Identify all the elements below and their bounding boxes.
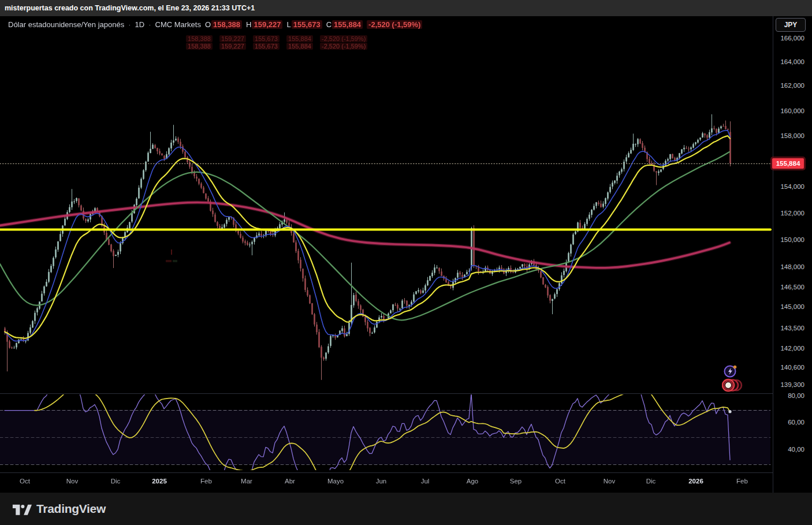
price-tick: 40,00 bbox=[773, 446, 804, 453]
time-tick: 2026 bbox=[688, 478, 703, 485]
attribution-text: misterpuertas creado con TradingView.com… bbox=[5, 4, 255, 12]
ghost-values-row: 158,388 159,227 155,673 155,884 -2,520 (… bbox=[186, 35, 367, 42]
price-tick: 143,500 bbox=[773, 325, 804, 332]
price-tick: 166,000 bbox=[773, 35, 804, 42]
time-tick: Mar bbox=[241, 478, 252, 485]
price-tick: 146,500 bbox=[773, 284, 804, 291]
time-tick: Sep bbox=[510, 478, 522, 485]
legend-separator: · bbox=[128, 20, 131, 29]
time-tick: Feb bbox=[200, 478, 212, 485]
ohlc-open: O158,388 bbox=[205, 20, 242, 29]
time-tick: Jun bbox=[376, 478, 387, 485]
time-tick: Oct bbox=[20, 478, 30, 485]
price-tick: 80,00 bbox=[773, 392, 804, 399]
currency-button[interactable]: JPY bbox=[776, 18, 806, 32]
main-chart-canvas[interactable] bbox=[0, 16, 773, 493]
brand-name: TradingView bbox=[36, 502, 106, 516]
ohlc-low: L155,673 bbox=[286, 20, 322, 29]
price-tick: 145,000 bbox=[773, 303, 804, 310]
time-axis[interactable]: OctNovDic2025FebMarAbrMayoJunJulAgoSepOc… bbox=[0, 472, 812, 493]
time-tick: Jul bbox=[421, 478, 430, 485]
time-tick: Nov bbox=[66, 478, 78, 485]
time-tick: Oct bbox=[555, 478, 565, 485]
time-tick: Ago bbox=[467, 478, 478, 485]
tradingview-logo-icon bbox=[12, 502, 32, 516]
price-axis[interactable]: JPY 166,000164,000162,000160,000158,0001… bbox=[773, 16, 812, 493]
price-tick: 60,00 bbox=[773, 419, 804, 426]
price-tick: 160,000 bbox=[773, 107, 804, 114]
attribution-bar: misterpuertas creado con TradingView.com… bbox=[0, 0, 812, 16]
price-tick: 162,000 bbox=[773, 82, 804, 89]
indicator-rings-badge-icon bbox=[722, 378, 744, 395]
change-label: -2,520 (-1,59%) bbox=[367, 20, 422, 29]
price-tick: 154,000 bbox=[773, 183, 804, 190]
price-tick: 139,300 bbox=[773, 381, 804, 388]
symbol-title[interactable]: Dólar estadounidense/Yen japonés bbox=[8, 20, 124, 29]
exchange-label: CMC Markets bbox=[155, 20, 201, 29]
time-tick: Nov bbox=[604, 478, 615, 485]
price-tick: 150,000 bbox=[773, 236, 804, 243]
chart-area: Dólar estadounidense/Yen japonés · 1D · … bbox=[0, 16, 812, 493]
footer-bar: TradingView bbox=[0, 493, 812, 525]
ghost-values-row: 158,388 159,227 155,673 155,884 -2,520 (… bbox=[186, 43, 367, 50]
time-tick: Dic bbox=[111, 478, 121, 485]
pane-separator[interactable] bbox=[0, 393, 812, 394]
price-tick: 152,000 bbox=[773, 210, 804, 217]
ohlc-high: H159,227 bbox=[246, 20, 282, 29]
legend-separator: · bbox=[148, 20, 151, 29]
price-tick: 164,000 bbox=[773, 58, 804, 65]
time-tick: 2025 bbox=[152, 478, 167, 485]
ohlc-close: C155,884 bbox=[326, 20, 363, 29]
time-tick: Abr bbox=[285, 478, 295, 485]
price-tick: 148,000 bbox=[773, 263, 804, 270]
last-price-label: 155,884 bbox=[772, 158, 804, 169]
time-tick: Dic bbox=[646, 478, 656, 485]
symbol-legend: Dólar estadounidense/Yen japonés · 1D · … bbox=[8, 19, 422, 29]
time-tick: Feb bbox=[736, 478, 748, 485]
interval-label[interactable]: 1D bbox=[135, 20, 145, 29]
price-tick: 140,600 bbox=[773, 364, 804, 371]
price-tick: 158,000 bbox=[773, 132, 804, 139]
tradingview-logo[interactable]: TradingView bbox=[12, 502, 106, 516]
price-tick: 142,000 bbox=[773, 345, 804, 352]
time-tick: Mayo bbox=[327, 478, 344, 485]
